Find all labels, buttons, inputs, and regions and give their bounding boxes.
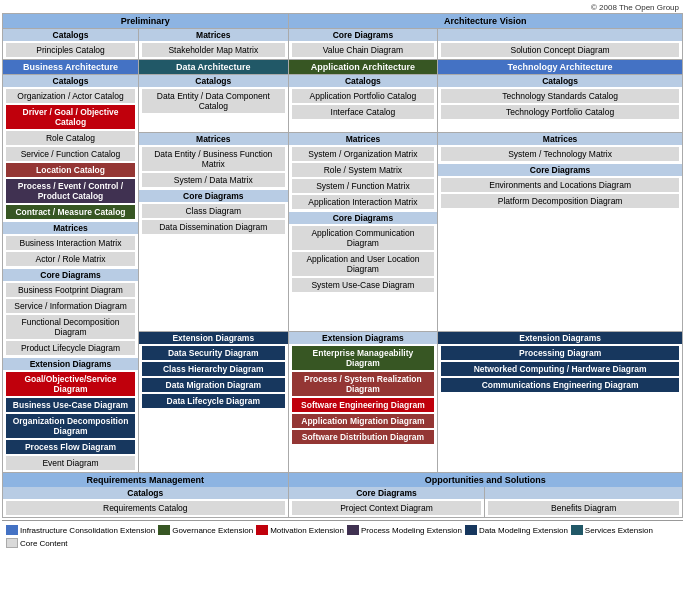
data-system: System / Data Matrix [142, 173, 285, 187]
app-matrices-header: Matrices [289, 133, 438, 145]
biz-process-flow: Process Flow Diagram [6, 440, 135, 454]
legend-process: Process Modeling Extension [347, 525, 462, 535]
biz-goal-obj-service: Goal/Objective/Service Diagram [6, 372, 135, 396]
opp-core2-header [485, 487, 682, 499]
app-use-case: System Use-Case Diagram [292, 278, 435, 292]
tech-comms-eng: Communications Engineering Diagram [441, 378, 679, 392]
legend-data-label: Data Modeling Extension [479, 526, 568, 535]
data-entity-comp: Data Entity / Data Component Catalog [142, 89, 285, 113]
app-catalogs-header: Catalogs [289, 75, 438, 87]
biz-arch-header: Business Architecture [3, 60, 138, 74]
app-arch-header: Application Architecture [289, 60, 438, 74]
tech-portfolio: Technology Portfolio Catalog [441, 105, 679, 119]
tech-platform-decomp: Platform Decomposition Diagram [441, 194, 679, 208]
prelim-matrices-header: Matrices [139, 29, 288, 41]
app-software-dist: Software Distribution Diagram [292, 430, 435, 444]
app-software-eng: Software Engineering Diagram [292, 398, 435, 412]
data-matrices-header: Matrices [139, 133, 288, 145]
solution-concept-diagram: Solution Concept Diagram [441, 43, 679, 57]
tech-sys-tech: System / Technology Matrix [441, 147, 679, 161]
legend-services: Services Extension [571, 525, 653, 535]
data-migration: Data Migration Diagram [142, 378, 285, 392]
main-container: © 2008 The Open Group Preliminary Archit… [0, 0, 685, 554]
legend-infrastructure-label: Infrastructure Consolidation Extension [20, 526, 155, 535]
tech-processing: Processing Diagram [441, 346, 679, 360]
biz-service-func: Service / Function Catalog [6, 147, 135, 161]
app-interface: Interface Catalog [292, 105, 435, 119]
tech-arch-header: Technology Architecture [438, 60, 682, 74]
req-catalog: Requirements Catalog [6, 501, 285, 515]
biz-org-actor: Organization / Actor Catalog [6, 89, 135, 103]
biz-org-decomp: Organization Decomposition Diagram [6, 414, 135, 438]
biz-core-header: Core Diagrams [3, 269, 138, 281]
biz-matrices-header: Matrices [3, 222, 138, 234]
arch-vision-core2-header [438, 29, 682, 41]
biz-contract: Contract / Measure Catalog [6, 205, 135, 219]
copyright: © 2008 The Open Group [2, 2, 683, 13]
tech-env-loc: Environments and Locations Diagram [441, 178, 679, 192]
opp-project-context: Project Context Diagram [292, 501, 482, 515]
legend-motivation-color [256, 525, 268, 535]
legend-process-label: Process Modeling Extension [361, 526, 462, 535]
biz-event-diag: Event Diagram [6, 456, 135, 470]
tech-standards: Technology Standards Catalog [441, 89, 679, 103]
tech-matrices-header: Matrices [438, 133, 682, 145]
legend-infrastructure: Infrastructure Consolidation Extension [6, 525, 155, 535]
biz-catalogs-header: Catalogs [3, 75, 138, 87]
data-security-diag: Data Security Diagram [142, 346, 285, 360]
app-enterprise-manag: Enterprise Manageability Diagram [292, 346, 435, 370]
legend-governance-label: Governance Extension [172, 526, 253, 535]
legend-governance: Governance Extension [158, 525, 253, 535]
data-entity-biz: Data Entity / Business Function Matrix [142, 147, 285, 171]
arch-vision-core-header: Core Diagrams [289, 29, 438, 41]
data-class-diag: Class Diagram [142, 204, 285, 218]
data-catalogs-header: Catalogs [139, 75, 288, 87]
preliminary-header: Preliminary [3, 14, 288, 28]
biz-location: Location Catalog [6, 163, 135, 177]
biz-actor-role-matrix: Actor / Role Matrix [6, 252, 135, 266]
legend: Infrastructure Consolidation Extension G… [2, 520, 683, 552]
req-mgmt-header: Requirements Management [3, 473, 288, 487]
legend-services-color [571, 525, 583, 535]
app-interaction: Application Interaction Matrix [292, 195, 435, 209]
app-core-header: Core Diagrams [289, 212, 438, 224]
app-sys-func: System / Function Matrix [292, 179, 435, 193]
app-comm-diag: Application Communication Diagram [292, 226, 435, 250]
value-chain-diagram: Value Chain Diagram [292, 43, 435, 57]
data-lifecycle: Data Lifecycle Diagram [142, 394, 285, 408]
data-arch-header: Data Architecture [139, 60, 288, 74]
data-core-header: Core Diagrams [139, 190, 288, 202]
data-dissemination: Data Dissemination Diagram [142, 220, 285, 234]
app-process-sys: Process / System Realization Diagram [292, 372, 435, 396]
legend-core-label: Core Content [20, 539, 68, 548]
biz-product-lifecycle: Product Lifecycle Diagram [6, 341, 135, 355]
biz-driver-goal: Driver / Goal / Objective Catalog [6, 105, 135, 129]
biz-func-decomp: Functional Decomposition Diagram [6, 315, 135, 339]
legend-data: Data Modeling Extension [465, 525, 568, 535]
opp-core-header: Core Diagrams [289, 487, 485, 499]
opp-solutions-header: Opportunities and Solutions [289, 473, 682, 487]
principles-catalog: Principles Catalog [6, 43, 135, 57]
legend-motivation-label: Motivation Extension [270, 526, 344, 535]
tech-catalogs-header: Catalogs [438, 75, 682, 87]
biz-process-event: Process / Event / Control / Product Cata… [6, 179, 135, 203]
app-migration: Application Migration Diagram [292, 414, 435, 428]
app-ext-header: Extension Diagrams [289, 332, 438, 344]
tech-core-header: Core Diagrams [438, 164, 682, 176]
tech-ext-header: Extension Diagrams [438, 332, 682, 344]
biz-use-case: Business Use-Case Diagram [6, 398, 135, 412]
app-sys-org: System / Organization Matrix [292, 147, 435, 161]
biz-role-catalog: Role Catalog [6, 131, 135, 145]
data-ext-header: Extension Diagrams [139, 332, 288, 344]
legend-governance-color [158, 525, 170, 535]
arch-vision-header: Architecture Vision [289, 14, 682, 28]
biz-service-info: Service / Information Diagram [6, 299, 135, 313]
prelim-catalogs-header: Catalogs [3, 29, 138, 41]
app-role-sys: Role / System Matrix [292, 163, 435, 177]
opp-benefits: Benefits Diagram [488, 501, 679, 515]
app-portfolio: Application Portfolio Catalog [292, 89, 435, 103]
req-catalogs-header: Catalogs [3, 487, 288, 499]
legend-motivation: Motivation Extension [256, 525, 344, 535]
biz-interaction-matrix: Business Interaction Matrix [6, 236, 135, 250]
biz-footprint-diag: Business Footprint Diagram [6, 283, 135, 297]
